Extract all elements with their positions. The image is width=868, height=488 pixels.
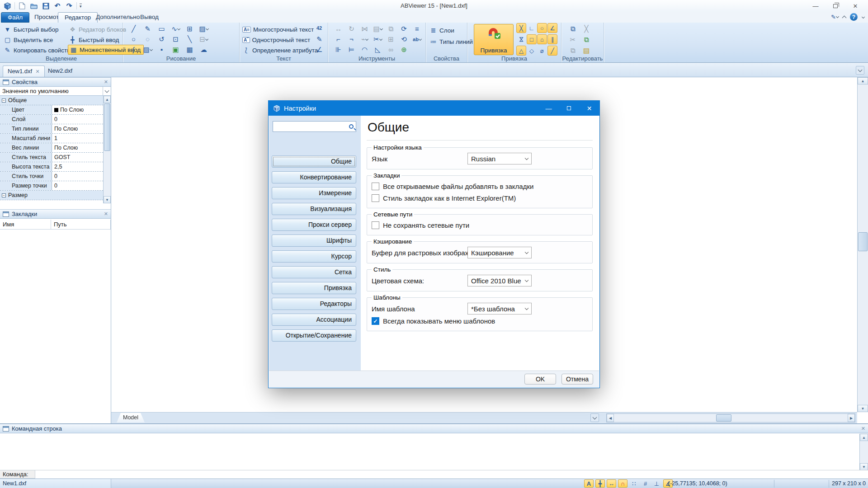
category-open-save-button[interactable]: Открытие/Сохранение [272,329,356,342]
raster-buffer-select[interactable]: Кэширование [467,247,532,258]
property-group-row-size[interactable]: −Размер [0,191,103,200]
tab-output[interactable]: Вывод [134,12,165,23]
paste-block-icon[interactable]: ⊡ [169,34,183,44]
text-style-icon[interactable]: ∠ [316,46,322,54]
scroll-down-icon[interactable]: ▼ [858,405,868,412]
arc-tool-icon[interactable]: ↺ [155,34,169,44]
category-measurement-button[interactable]: Измерение [272,187,356,199]
layout-list-dropdown[interactable] [590,413,599,422]
quick-input-button[interactable]: ╋Быстрый ввод [69,35,119,45]
command-input-field[interactable] [35,470,868,479]
checkbox-unchecked-icon[interactable] [372,194,379,202]
snap-midpoint-icon[interactable]: ⋈ [516,34,526,44]
scroll-up-icon[interactable]: ▲ [858,77,868,84]
add-files-to-bookmarks-option[interactable]: Все открываемые файлы добавлять в заклад… [372,180,588,192]
insert-block-icon[interactable]: ⊞ [183,23,197,34]
collapse-icon[interactable]: − [2,193,6,197]
grid-lines-toggle-icon[interactable]: # [641,479,650,488]
dialog-title-bar[interactable]: Настройки — ✕ [269,101,599,116]
snap-intersection-icon[interactable]: △ [516,46,526,56]
category-general-button[interactable]: Общие [272,155,356,168]
property-grid-scrollbar[interactable]: ▲ ▼ [103,96,111,203]
scrollbar-thumb[interactable] [858,232,868,251]
scroll-down-icon[interactable]: ▼ [860,463,868,470]
add-layer-icon[interactable]: ⊕ [397,44,410,55]
snap-status-icon[interactable]: ∩ [618,479,627,488]
ok-button[interactable]: OK [524,374,556,385]
property-group-row[interactable]: −Общие [0,96,103,105]
canvas-vertical-scrollbar[interactable]: ▲ ▼ [857,77,868,412]
settings-search-input[interactable] [273,121,356,132]
cloud-tool-icon[interactable]: ☁ [197,44,211,55]
ortho-toggle-icon[interactable]: ⊥ [652,479,661,488]
freehand-tool-icon[interactable]: ╲ [183,34,197,44]
no-network-paths-option[interactable]: Не сохранять сетевые пути [372,219,588,231]
corner-tool-icon[interactable]: ⌐ [332,34,345,44]
doc-tab-close-icon[interactable]: ✕ [35,69,39,74]
edit-mode-icon[interactable]: ✎ [831,14,839,20]
properties-preset-dropdown[interactable]: Значения по умолчанию [0,87,111,96]
rectangle-tool-icon[interactable]: ▭ [155,23,169,34]
ellipse-tool-icon[interactable]: ◌ [141,34,155,44]
snap-center-icon[interactable]: ○ [537,23,547,33]
category-associations-button[interactable]: Ассоциации [272,314,356,326]
category-grid-button[interactable]: Сетка [272,266,356,278]
checkbox-checked-icon[interactable]: ✓ [372,317,379,325]
paste-special-icon[interactable]: ⧉ [580,34,593,45]
tab-file[interactable]: Файл [1,12,29,23]
snap-quadrant-icon[interactable]: ◇ [527,46,537,56]
scroll-down-icon[interactable]: ▼ [104,196,111,203]
bookmarks-col-path[interactable]: Путь [51,220,111,230]
clean-icon[interactable]: ▤ [580,45,593,56]
region-tool-icon[interactable]: ▨ [197,23,211,34]
show-template-menu-option[interactable]: ✓Всегда показывать меню шаблонов [372,315,588,327]
trim-tool-icon[interactable]: ✂ [371,34,384,44]
edit-text-icon[interactable]: ✎ [316,35,322,43]
fillet-tool-icon[interactable]: ◠ [358,44,371,55]
attribute-definition-button[interactable]: ⟅Определение атрибута [242,45,318,55]
corner2-tool-icon[interactable]: ¬ [345,34,358,44]
paste-icon[interactable]: ⧉ [566,23,580,34]
category-proxy-button[interactable]: Прокси сервер [272,219,356,231]
dialog-minimize-button[interactable]: — [538,101,559,116]
snap-toggle-button[interactable]: Привязка [474,24,514,55]
window-minimize-button[interactable]: — [806,0,826,12]
help-dropdown-icon[interactable] [862,15,865,19]
property-row-pointstyle[interactable]: Стиль точки0 [0,172,103,181]
model-layout-tab[interactable]: Model [117,413,145,422]
distribute-tool-icon[interactable]: ⊪ [332,44,345,55]
quick-select-button[interactable]: ▼Быстрый выбор [4,24,59,34]
multiline-tool-icon[interactable]: ∿ [169,23,183,34]
table-tool-icon[interactable]: ▦ [183,44,197,55]
scrollbar-thumb[interactable] [104,103,110,151]
scroll-up-icon[interactable]: ▲ [860,434,868,441]
offset-toggle-icon[interactable]: ╋ [595,479,605,488]
ie-style-bookmarks-option[interactable]: Стиль закладок как в Internet Explorer(T… [372,192,588,204]
snap-perpendicular-icon[interactable]: ∟ [527,23,537,33]
image-tool-icon[interactable]: ▣ [169,44,183,55]
circle-tool-icon[interactable]: ○ [127,34,141,44]
template-name-select[interactable]: *Без шаблона [467,303,532,314]
property-row-color[interactable]: ЦветПо Слою [0,105,103,115]
checkbox-unchecked-icon[interactable] [372,221,379,229]
doc-tab-new2[interactable]: New2.dxf [43,66,77,77]
measure-tool-icon[interactable]: ⊨ [345,44,358,55]
window-close-button[interactable]: ✕ [845,0,865,12]
category-cursor-button[interactable]: Курсор [272,250,356,263]
chamfer-tool-icon[interactable]: ◺ [371,44,384,55]
properties-panel-close-icon[interactable]: ✕ [104,79,108,85]
language-select[interactable]: Russian [467,153,532,164]
snap-extension-icon[interactable]: ╱ [547,46,557,56]
window-restore-button[interactable] [826,0,845,12]
collapse-ribbon-icon[interactable] [842,16,847,20]
hatch-tool-icon[interactable]: ▨ [141,44,155,55]
select-all-button[interactable]: ▢Выделить все [4,35,53,45]
scroll-right-icon[interactable]: ▶ [848,414,855,422]
canvas-horizontal-scrollbar[interactable]: ◀ ▶ [606,413,855,422]
help-icon[interactable]: ? [850,13,858,21]
bookmarks-panel-close-icon[interactable]: ✕ [104,211,108,217]
dialog-maximize-button[interactable] [559,101,579,116]
point-tool-icon[interactable]: ▪ [155,44,169,55]
array2-tool-icon[interactable]: ⟲ [397,34,410,44]
copy-properties-button[interactable]: ✎Копировать свойства [4,45,74,55]
